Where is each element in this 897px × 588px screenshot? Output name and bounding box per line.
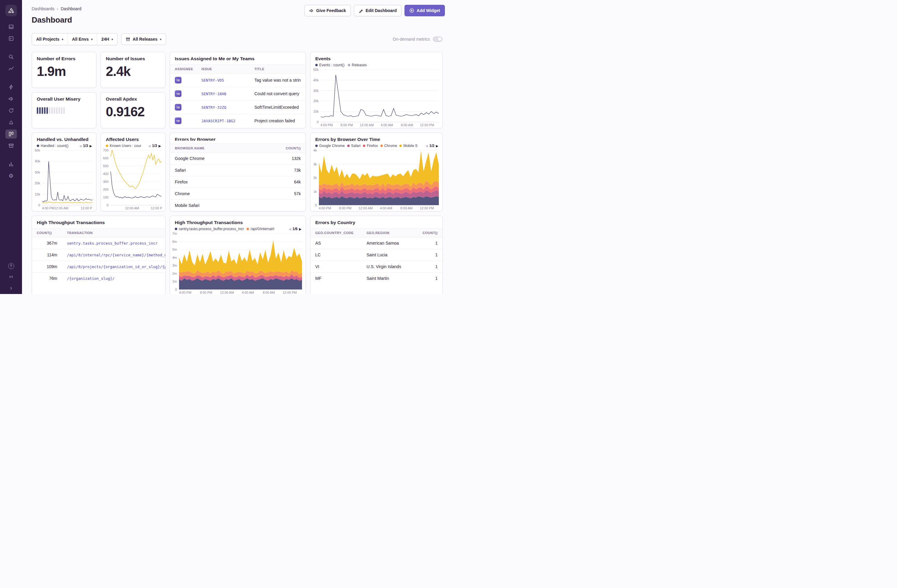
affected-users-chart[interactable]: 700600500400300200100012:00 AM12:00 P: [101, 148, 164, 211]
series-dot: [106, 145, 108, 147]
transaction-link[interactable]: /{organization_slug}/: [67, 276, 115, 281]
widget-title: Events: [315, 56, 438, 61]
gear-icon: ⚙: [8, 173, 13, 179]
column-header: ISSUE: [196, 65, 250, 73]
sidebar-item-feedback[interactable]: [5, 94, 17, 103]
sentry-logo[interactable]: [5, 5, 17, 16]
svg-text:2k: 2k: [313, 176, 317, 180]
high-throughput-chart[interactable]: 7m6m5m4m3m2m1m04:00 PM8:00 PM12:00 AM4:0…: [170, 232, 305, 294]
edit-dashboard-button[interactable]: Edit Dashboard: [354, 5, 401, 16]
pencil-icon: [359, 8, 363, 13]
date-range-filter[interactable]: 24H ▾: [97, 34, 117, 45]
legend-item[interactable]: Releases: [348, 63, 367, 67]
sidebar-item-dashboards[interactable]: [5, 130, 17, 139]
issue-row[interactable]: TE SENTRY-16H8 Could not convert query: [170, 87, 306, 101]
country-row[interactable]: AS American Samoa 1: [311, 237, 442, 249]
legend-item[interactable]: Known Users : cour: [106, 144, 141, 148]
transaction-row[interactable]: 367m sentry.tasks.process_buffer.process…: [32, 237, 165, 249]
legend-item[interactable]: Events : count(): [315, 63, 344, 67]
legend-item[interactable]: Mobile S: [400, 144, 418, 148]
on-demand-toggle[interactable]: [433, 37, 442, 42]
issue-row[interactable]: TE SENTRY-VD5 Tag value was not a strin: [170, 73, 306, 87]
issue-link[interactable]: JAVASCRIPT-1BG2: [201, 119, 236, 123]
sidebar-item-projects[interactable]: [5, 34, 17, 43]
transaction-link[interactable]: /api/0/projects/{organization_id_or_slug…: [67, 264, 165, 269]
browser-name: Google Chrome: [170, 153, 272, 165]
country-region: Saint Martin: [362, 273, 416, 284]
svg-text:8:00 AM: 8:00 AM: [400, 206, 412, 210]
releases-filter[interactable]: All Releases ▾: [121, 34, 166, 45]
browser-row[interactable]: Mobile Safari: [170, 200, 306, 211]
browser-row[interactable]: Google Chrome 132k: [170, 153, 306, 165]
prev-page-icon[interactable]: ◀: [148, 144, 151, 148]
legend-item[interactable]: Google Chrome: [315, 144, 345, 148]
prev-page-icon[interactable]: ◀: [426, 144, 428, 148]
country-row[interactable]: VI U.S. Virgin Islands 1: [311, 261, 442, 273]
issue-row[interactable]: TE JAVASCRIPT-1BG2 Project creation fail…: [170, 114, 306, 128]
legend-item[interactable]: Handled : count(): [37, 144, 69, 148]
sidebar-item-help[interactable]: ?: [5, 261, 17, 270]
misery-bar: [41, 107, 43, 114]
legend-item[interactable]: Safari: [347, 144, 360, 148]
sidebar-item-releases[interactable]: [5, 141, 17, 150]
svg-text:5m: 5m: [172, 247, 177, 251]
misery-bar: [63, 107, 65, 114]
transaction-link[interactable]: sentry.tasks.process_buffer.process_incr: [67, 241, 158, 246]
issue-link[interactable]: SENTRY-VD5: [201, 78, 224, 82]
country-row[interactable]: LC Saint Lucia 1: [311, 249, 442, 261]
handled-chart[interactable]: 50k40k30k20k10k04:00 PM12:00 AM12:00 P: [32, 148, 95, 211]
sidebar-item-issues[interactable]: [5, 22, 17, 31]
events-chart[interactable]: 50k40k30k20k10k04:00 PM8:00 PM12:00 AM4:…: [311, 68, 441, 127]
browser-row[interactable]: Chrome 57k: [170, 188, 306, 200]
sidebar-item-settings[interactable]: ⚙: [5, 171, 17, 180]
sidebar-item-stats[interactable]: [5, 160, 17, 169]
issue-link[interactable]: SENTRY-32ZQ: [201, 105, 227, 110]
legend-item[interactable]: Chrome: [380, 144, 397, 148]
prev-page-icon[interactable]: ◀: [289, 228, 291, 231]
misery-bar: [58, 107, 60, 114]
add-widget-button[interactable]: Add Widget: [404, 5, 445, 16]
sidebar-collapse[interactable]: ›: [5, 283, 17, 292]
breadcrumb-separator-icon: ›: [57, 6, 58, 11]
sidebar-item-replays[interactable]: [5, 106, 17, 115]
transaction-row[interactable]: 109m /api/0/projects/{organization_id_or…: [32, 261, 165, 273]
svg-text:12:00 P: 12:00 P: [151, 206, 162, 210]
widget-title: Errors by Browser: [175, 137, 301, 141]
transaction-row[interactable]: 76m /{organization_slug}/: [32, 273, 165, 284]
next-page-icon[interactable]: ▶: [299, 228, 302, 231]
next-page-icon[interactable]: ▶: [436, 144, 438, 148]
svg-text:300: 300: [103, 180, 109, 183]
legend-item[interactable]: /api/0/internal/r: [246, 227, 274, 231]
issues-assigned-table: ASSIGNEE ISSUE TITLE TE SENTRY-VD5 Tag v…: [170, 64, 306, 127]
environment-filter[interactable]: All Envs ▾: [67, 34, 97, 45]
sidebar-item-search[interactable]: [5, 52, 17, 61]
svg-text:1k: 1k: [313, 190, 317, 193]
browser-row[interactable]: Safari 73k: [170, 165, 306, 176]
issue-link[interactable]: SENTRY-16H8: [201, 92, 227, 96]
next-page-icon[interactable]: ▶: [159, 144, 161, 148]
legend-item[interactable]: Firefox: [363, 144, 378, 148]
prev-page-icon[interactable]: ◀: [79, 144, 82, 148]
next-page-icon[interactable]: ▶: [90, 144, 92, 148]
errors-by-browser-over-time-chart[interactable]: 4k3k2k1k04:00 PM8:00 PM12:00 AM4:00 AM8:…: [311, 148, 441, 211]
browser-row[interactable]: Firefox 64k: [170, 176, 306, 188]
svg-text:100: 100: [103, 195, 109, 199]
project-filter[interactable]: All Projects ▾: [32, 34, 67, 45]
breadcrumb-dashboards[interactable]: Dashboards: [32, 6, 55, 11]
widget-title: Overall Apdex: [106, 96, 160, 102]
legend-item[interactable]: sentry.tasks.process_buffer.process_incr: [175, 227, 244, 231]
column-header: COUNT(): [416, 229, 442, 237]
issue-row[interactable]: TE SENTRY-32ZQ SoftTimeLimitExceeded: [170, 101, 306, 114]
give-feedback-button[interactable]: Give Feedback: [305, 5, 351, 16]
sidebar-item-alerts[interactable]: [5, 82, 17, 92]
sidebar-item-metrics[interactable]: [5, 64, 17, 73]
country-count: 1: [416, 261, 442, 273]
plus-circle-icon: [409, 8, 414, 13]
transaction-link[interactable]: /api/0/internal/rpc/{service_name}/{meth…: [67, 253, 165, 257]
series-dot: [315, 64, 318, 66]
transaction-row[interactable]: 114m /api/0/internal/rpc/{service_name}/…: [32, 249, 165, 261]
sidebar-item-crons[interactable]: [5, 118, 17, 127]
sidebar-item-broadcasts[interactable]: [5, 272, 17, 281]
widget-number-of-issues: Number of Issues 2.4k: [101, 52, 165, 88]
country-row[interactable]: MF Saint Martin 1: [311, 273, 442, 284]
